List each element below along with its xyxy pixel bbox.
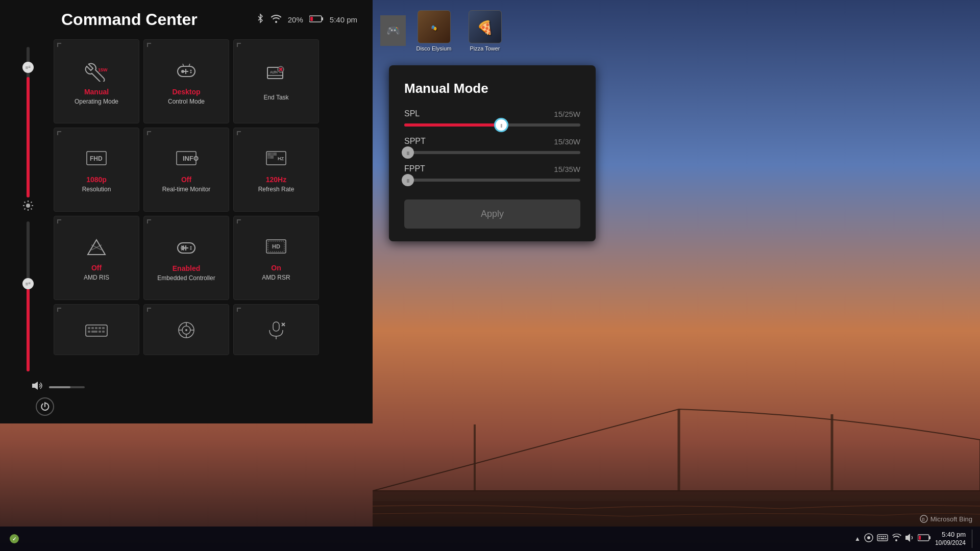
- bottom-slider-thumb[interactable]: ≡: [22, 278, 34, 289]
- tile-realtime-monitor[interactable]: INFO Off Real-time Monitor: [143, 128, 229, 212]
- top-slider-track[interactable]: ≡: [27, 47, 30, 197]
- sppt-label: SPPT: [404, 137, 426, 146]
- svg-rect-21: [183, 71, 188, 72]
- time-display: 5:40 pm: [330, 15, 357, 24]
- tile-corner-decoration: [237, 131, 241, 135]
- tile-corner-decoration: [147, 219, 151, 223]
- taskbar-icon-1[interactable]: ✓: [5, 530, 23, 548]
- taskbar: ✓ ▲: [0, 527, 980, 551]
- resolution-icon: FHD: [84, 149, 109, 171]
- power-button[interactable]: [36, 397, 54, 416]
- tile-embedded-controller[interactable]: Enabled Embedded Controller: [143, 216, 229, 300]
- tile-amd-rsr[interactable]: HD On AMD RSR: [233, 216, 319, 300]
- power-button-area: [0, 397, 373, 423]
- svg-rect-42: [271, 156, 274, 159]
- top-slider-container: ≡: [27, 42, 30, 197]
- keyboard-taskbar-icon[interactable]: [877, 534, 888, 544]
- svg-rect-97: [919, 536, 921, 540]
- svg-rect-6: [322, 17, 323, 20]
- command-center-body: ≡: [0, 37, 373, 377]
- desktop-icon-partial[interactable]: 🎮: [380, 15, 406, 46]
- svg-text:INFO: INFO: [183, 155, 199, 162]
- taskbar-time: 5:40 pm 10/09/2024: [935, 531, 966, 547]
- svg-rect-39: [271, 153, 274, 156]
- fppt-row: FPPT 15/35W |||: [404, 164, 580, 182]
- svg-text:✓: ✓: [12, 536, 16, 542]
- taskbar-left-area: ✓: [5, 530, 23, 548]
- embedded-controller-icon: [174, 237, 199, 260]
- control-mode-value: Desktop: [172, 88, 200, 96]
- steam-icon[interactable]: [864, 533, 874, 545]
- sppt-value: 15/30W: [554, 137, 580, 146]
- svg-rect-92: [880, 538, 885, 539]
- battery-percent: 20%: [288, 15, 303, 24]
- fppt-value: 15/35W: [554, 165, 580, 173]
- svg-rect-66: [99, 331, 101, 333]
- svg-text:HD: HD: [272, 243, 280, 249]
- svg-rect-87: [878, 536, 880, 537]
- brightness-icon: [22, 197, 34, 216]
- svg-rect-40: [274, 153, 277, 156]
- tile-operating-mode[interactable]: 15W Manual Operating Mode: [54, 39, 139, 123]
- top-slider-thumb[interactable]: ≡: [22, 62, 34, 73]
- bridge-silhouette: [373, 399, 980, 527]
- sppt-slider-thumb[interactable]: |||: [402, 146, 414, 159]
- gyro-icon: [174, 320, 199, 342]
- tile-mic[interactable]: [233, 304, 319, 355]
- svg-rect-4: [373, 501, 980, 527]
- svg-point-70: [185, 329, 187, 331]
- desktop-icon-pizza-tower[interactable]: 🍕 Pizza Tower: [462, 10, 508, 52]
- tile-control-mode[interactable]: Desktop Control Mode: [143, 39, 229, 123]
- svg-rect-93: [885, 538, 887, 539]
- tile-corner-decoration: [237, 43, 241, 47]
- svg-rect-65: [91, 331, 97, 333]
- svg-rect-59: [88, 327, 90, 329]
- volume-taskbar-icon[interactable]: [904, 533, 915, 544]
- taskbar-date-line2: 10/09/2024: [935, 539, 966, 547]
- command-center-header: Command Center 20% 5:40 pm: [0, 0, 373, 37]
- fppt-label: FPPT: [404, 164, 425, 173]
- tile-gyro[interactable]: [143, 304, 229, 355]
- grid-row-2: FHD 1080p Resolution INFO Off: [54, 128, 362, 212]
- wifi-taskbar-icon[interactable]: [891, 534, 901, 544]
- tile-corner-decoration: [147, 131, 151, 135]
- svg-text:HZ: HZ: [278, 156, 284, 161]
- battery-icon: [309, 15, 324, 24]
- operating-mode-value: Manual: [84, 88, 109, 96]
- svg-rect-60: [91, 327, 94, 329]
- svg-line-14: [31, 208, 32, 209]
- tile-amd-ris[interactable]: Off AMD RIS: [54, 216, 139, 300]
- amd-rsr-icon: HD: [263, 237, 289, 260]
- show-hidden-icon[interactable]: ▲: [854, 535, 861, 542]
- bottom-slider-track[interactable]: ≡: [27, 221, 30, 372]
- mic-icon: [263, 320, 289, 342]
- tile-end-task[interactable]: ALT F4 End Task: [233, 39, 319, 123]
- spl-slider-track[interactable]: [404, 123, 580, 127]
- tile-refresh-rate[interactable]: HZ 120Hz Refresh Rate: [233, 128, 319, 212]
- tile-corner-decoration: [237, 219, 241, 223]
- fppt-slider-track[interactable]: |||: [404, 179, 580, 182]
- battery-taskbar-icon[interactable]: [918, 534, 931, 543]
- svg-rect-96: [929, 536, 930, 539]
- volume-bar[interactable]: [49, 386, 85, 388]
- fppt-slider-thumb[interactable]: |||: [402, 174, 414, 186]
- svg-rect-38: [267, 153, 271, 156]
- spl-value: 15/25W: [554, 110, 580, 118]
- taskbar-right-area: ▲ 5:40 pm 10/09/: [854, 530, 975, 548]
- embedded-controller-value: Enabled: [173, 264, 200, 272]
- realtime-monitor-icon: INFO: [174, 149, 199, 171]
- sliders-column: ≡: [3, 37, 54, 377]
- sppt-slider-track[interactable]: |||: [404, 151, 580, 154]
- svg-rect-89: [883, 536, 884, 537]
- spl-slider-thumb[interactable]: [494, 118, 508, 132]
- manual-mode-title: Manual Mode: [404, 81, 580, 96]
- tile-resolution[interactable]: FHD 1080p Resolution: [54, 128, 139, 212]
- bottom-slider-container: ≡: [27, 216, 30, 372]
- tile-keyboard[interactable]: [54, 304, 139, 355]
- desktop-icon-disco-elysium[interactable]: 🎭 Disco Elysium: [411, 10, 457, 52]
- svg-rect-88: [880, 536, 882, 537]
- volume-icon: [31, 381, 44, 393]
- svg-text:B: B: [922, 517, 925, 522]
- show-desktop-button[interactable]: [972, 530, 975, 548]
- apply-button[interactable]: Apply: [404, 199, 580, 229]
